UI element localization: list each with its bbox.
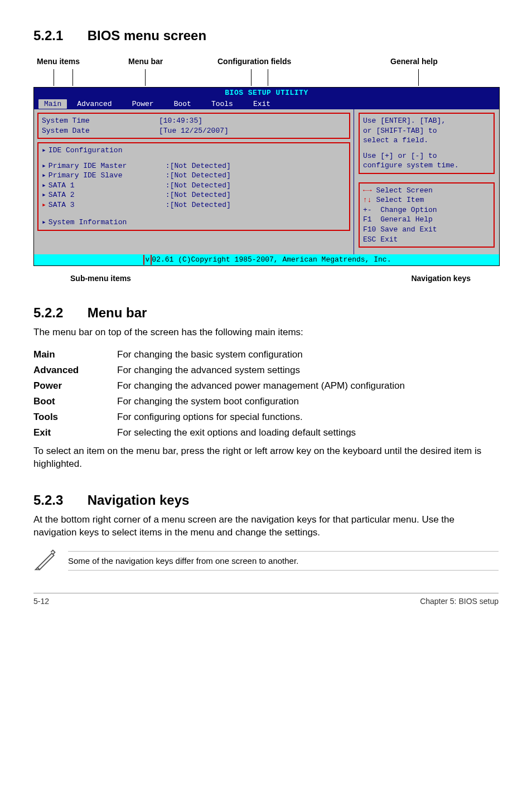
page-number: 5-12 — [33, 597, 49, 606]
bios-screen: BIOS SETUP UTILITY Main Advanced Power B… — [33, 87, 500, 266]
menu-key: Tools — [33, 409, 117, 425]
label-menu-items: Menu items — [37, 57, 80, 66]
menu-desc: For changing the basic system configurat… — [117, 347, 499, 363]
help-line: or [SHIFT-TAB] to — [363, 126, 490, 136]
help-line: Use [ENTER]. [TAB], — [363, 116, 490, 126]
bios-tab-advanced[interactable]: Advanced — [67, 99, 122, 109]
nav-select-screen: ←→ Select Screen — [363, 186, 490, 196]
section-number: 5.2.2 — [33, 305, 84, 321]
diagram-top-labels: Menu items Menu bar Configuration fields… — [33, 57, 499, 87]
menu-desc: For configuring options for special func… — [117, 409, 499, 425]
help-line: configure system time. — [363, 161, 490, 171]
red-highlight-menu-items: System Time[10:49:35] System Date[Tue 12… — [37, 113, 350, 139]
table-row: AdvancedFor changing the advanced system… — [33, 363, 499, 378]
label-navigation-keys: Navigation keys — [411, 274, 471, 283]
bios-tab-power[interactable]: Power — [122, 99, 164, 109]
menu-desc: For changing the advanced power manageme… — [117, 378, 499, 394]
paragraph: To select an item on the menu bar, press… — [33, 445, 499, 471]
bios-footer: v02.61 (C)Copyright 1985-2007, American … — [34, 254, 499, 265]
label-sub-menu-items: Sub-menu items — [70, 274, 131, 283]
row-system-time[interactable]: System Time[10:49:35] — [42, 116, 346, 126]
row-primary-ide-master[interactable]: ▸Primary IDE Master:[Not Detected] — [42, 161, 346, 171]
menu-desc: For changing the advanced system setting… — [117, 363, 499, 378]
submenu-arrow-icon: ▸ — [42, 171, 46, 181]
row-primary-ide-slave[interactable]: ▸Primary IDE Slave:[Not Detected] — [42, 171, 346, 181]
menu-desc: For changing the system boot configurati… — [117, 394, 499, 409]
row-sata-2[interactable]: ▸SATA 2:[Not Detected] — [42, 190, 346, 200]
nav-esc-exit: ESC Exit — [363, 235, 490, 245]
menu-key: Exit — [33, 425, 117, 441]
help-line: select a field. — [363, 136, 490, 146]
nav-select-item: ↑↓ Select Item — [363, 195, 490, 205]
heading-5-2-1: 5.2.1 BIOS menu screen — [33, 28, 499, 44]
label-general-help: General help — [390, 57, 438, 66]
submenu-arrow-icon: ▸ — [42, 200, 46, 210]
bios-tab-boot[interactable]: Boot — [164, 99, 201, 109]
bios-menubar: Main Advanced Power Boot Tools Exit — [34, 99, 499, 110]
section-title: BIOS menu screen — [88, 28, 206, 43]
nav-change-option: +- Change Option — [363, 205, 490, 215]
menu-desc: For selecting the exit options and loadi… — [117, 425, 499, 441]
diagram-bottom-labels: Sub-menu items Navigation keys — [33, 274, 499, 283]
nav-save-exit: F10 Save and Exit — [363, 225, 490, 235]
page-footer: 5-12 Chapter 5: BIOS setup — [33, 593, 499, 606]
menu-key: Main — [33, 347, 117, 363]
menu-key: Power — [33, 378, 117, 394]
note-text: Some of the navigation keys differ from … — [68, 551, 499, 571]
nav-general-help: F1 General Help — [363, 215, 490, 225]
table-row: ExitFor selecting the exit options and l… — [33, 425, 499, 441]
bios-tab-tools[interactable]: Tools — [201, 99, 243, 109]
submenu-arrow-icon: ▸ — [42, 190, 46, 200]
label-menu-bar: Menu bar — [128, 57, 163, 66]
label-config-fields: Configuration fields — [217, 57, 291, 66]
row-system-date[interactable]: System Date[Tue 12/25/2007] — [42, 126, 346, 136]
section-number: 5.2.1 — [33, 28, 84, 44]
help-line: Use [+] or [-] to — [363, 151, 490, 161]
submenu-arrow-icon: ▸ — [42, 161, 46, 171]
bios-tab-main[interactable]: Main — [38, 99, 67, 109]
chapter-label: Chapter 5: BIOS setup — [420, 597, 499, 606]
bios-left-pane: System Time[10:49:35] System Date[Tue 12… — [34, 109, 354, 254]
bios-right-pane: Use [ENTER]. [TAB], or [SHIFT-TAB] to se… — [354, 109, 499, 254]
menu-key: Advanced — [33, 363, 117, 378]
submenu-arrow-icon: ▸ — [42, 146, 46, 156]
heading-5-2-2: 5.2.2 Menu bar — [33, 305, 499, 321]
row-ide-config[interactable]: ▸IDE Configuration — [42, 146, 346, 156]
red-highlight-submenu: ▸IDE Configuration ▸Primary IDE Master:[… — [37, 142, 350, 231]
section-title: Menu bar — [88, 305, 147, 320]
red-highlight-general-help: Use [ENTER]. [TAB], or [SHIFT-TAB] to se… — [359, 113, 495, 174]
table-row: ToolsFor configuring options for special… — [33, 409, 499, 425]
section-number: 5.2.3 — [33, 492, 84, 508]
paragraph: At the bottom right corner of a menu scr… — [33, 514, 499, 539]
section-title: Navigation keys — [88, 492, 190, 508]
menu-key: Boot — [33, 394, 117, 409]
table-row: PowerFor changing the advanced power man… — [33, 378, 499, 394]
version-highlight: v — [143, 255, 152, 265]
table-row: BootFor changing the system boot configu… — [33, 394, 499, 409]
row-system-information[interactable]: ▸System Information — [42, 218, 346, 228]
arrows-lr-icon: ←→ — [363, 186, 372, 195]
submenu-arrow-icon: ▸ — [42, 181, 46, 191]
menu-description-table: MainFor changing the basic system config… — [33, 347, 499, 441]
pencil-note-icon — [33, 547, 58, 574]
heading-5-2-3: 5.2.3 Navigation keys — [33, 492, 499, 508]
table-row: MainFor changing the basic system config… — [33, 347, 499, 363]
bios-title: BIOS SETUP UTILITY — [34, 88, 499, 99]
submenu-arrow-icon: ▸ — [42, 218, 46, 228]
paragraph: The menu bar on top of the screen has th… — [33, 326, 499, 339]
bios-tab-exit[interactable]: Exit — [243, 99, 280, 109]
row-sata-1[interactable]: ▸SATA 1:[Not Detected] — [42, 181, 346, 191]
row-sata-3[interactable]: ▸SATA 3:[Not Detected] — [42, 200, 346, 210]
arrows-ud-icon: ↑↓ — [363, 196, 372, 204]
note-block: Some of the navigation keys differ from … — [33, 547, 499, 574]
red-highlight-nav-keys: ←→ Select Screen ↑↓ Select Item +- Chang… — [359, 182, 495, 248]
